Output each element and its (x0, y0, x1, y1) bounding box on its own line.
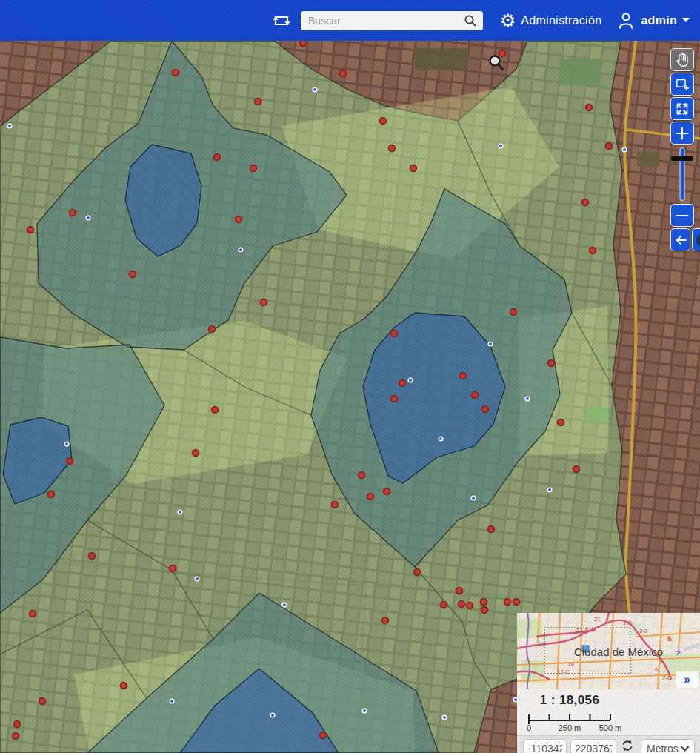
red-point-marker[interactable] (573, 466, 580, 473)
red-point-marker[interactable] (481, 599, 487, 606)
coordinate-x-input[interactable] (523, 739, 567, 753)
red-point-marker[interactable] (212, 407, 219, 414)
search-input[interactable] (301, 11, 462, 30)
red-point-marker[interactable] (488, 526, 495, 533)
blue-point-marker[interactable] (64, 442, 69, 446)
red-point-marker[interactable] (255, 99, 261, 105)
red-point-marker[interactable] (214, 154, 221, 161)
red-point-marker[interactable] (472, 392, 479, 399)
red-point-marker[interactable] (582, 199, 589, 206)
red-point-marker[interactable] (170, 565, 176, 572)
blue-point-marker[interactable] (239, 248, 243, 252)
red-point-marker[interactable] (48, 491, 55, 498)
red-point-marker[interactable] (236, 216, 242, 223)
blue-point-marker[interactable] (282, 603, 287, 607)
red-point-marker[interactable] (504, 599, 511, 606)
red-point-marker[interactable] (382, 617, 389, 624)
zoom-out-button[interactable] (670, 204, 694, 227)
red-point-marker[interactable] (193, 450, 199, 457)
red-point-marker[interactable] (121, 683, 127, 689)
red-point-marker[interactable] (410, 165, 417, 172)
pan-hand-button[interactable] (670, 48, 694, 71)
units-select[interactable]: Metros (641, 739, 695, 753)
compare-extent-button[interactable] (271, 12, 292, 30)
red-point-marker[interactable] (499, 50, 506, 57)
minimap-expand-button[interactable]: » (676, 671, 699, 688)
blue-point-marker[interactable] (170, 699, 174, 703)
history-forward-button[interactable] (692, 228, 700, 251)
red-point-marker[interactable] (14, 721, 21, 728)
blue-point-marker[interactable] (499, 144, 503, 148)
refresh-coordinates-button[interactable] (620, 738, 635, 753)
overview-minimap[interactable]: Ciudad de México ✈ 211-D2-3421-B1817-C56… (517, 613, 700, 689)
red-point-marker[interactable] (39, 698, 46, 705)
red-point-marker[interactable] (590, 248, 596, 254)
red-point-marker[interactable] (399, 380, 406, 387)
red-point-marker[interactable] (30, 611, 36, 617)
red-point-marker[interactable] (332, 502, 339, 508)
blue-point-marker[interactable] (439, 437, 443, 441)
red-point-marker[interactable] (391, 331, 398, 337)
red-point-marker[interactable] (456, 588, 463, 594)
red-point-marker[interactable] (89, 553, 96, 560)
zoom-box-button[interactable] (670, 73, 694, 96)
red-point-marker[interactable] (482, 406, 489, 413)
zoom-extent-button[interactable] (670, 97, 694, 120)
coordinate-y-input[interactable] (570, 739, 616, 753)
red-point-marker[interactable] (467, 603, 473, 609)
blue-point-marker[interactable] (270, 713, 275, 717)
blue-point-marker[interactable] (442, 715, 447, 720)
red-point-marker[interactable] (460, 373, 467, 379)
blue-point-marker[interactable] (178, 510, 182, 514)
user-menu[interactable]: admin (616, 11, 690, 30)
blue-point-marker[interactable] (362, 709, 367, 713)
admin-menu[interactable]: ⚙ Administración (500, 12, 602, 30)
red-point-marker[interactable] (67, 458, 73, 465)
red-point-marker[interactable] (606, 143, 613, 150)
blue-point-marker[interactable] (547, 488, 552, 492)
red-point-marker[interactable] (261, 299, 267, 306)
blue-point-marker[interactable] (195, 577, 199, 581)
blue-point-marker[interactable] (471, 496, 476, 500)
red-point-marker[interactable] (384, 488, 390, 495)
zoom-slider-handle[interactable] (671, 156, 693, 161)
blue-point-marker[interactable] (408, 378, 413, 382)
blue-point-marker[interactable] (622, 147, 627, 152)
red-point-marker[interactable] (320, 732, 327, 739)
red-point-marker[interactable] (13, 733, 19, 740)
red-point-marker[interactable] (209, 326, 216, 333)
red-point-marker[interactable] (359, 472, 365, 479)
red-point-marker[interactable] (459, 601, 465, 608)
red-point-marker[interactable] (391, 396, 398, 402)
blue-point-marker[interactable] (313, 87, 317, 92)
magnifier-icon[interactable] (462, 14, 483, 27)
red-point-marker[interactable] (250, 165, 257, 172)
minimap-road-label: 5 (659, 657, 663, 663)
blue-point-marker[interactable] (488, 342, 493, 346)
blue-point-marker[interactable] (7, 124, 12, 128)
red-point-marker[interactable] (389, 145, 396, 152)
blue-point-marker[interactable] (86, 216, 90, 220)
zoom-slider-track[interactable] (680, 147, 685, 201)
blue-point-marker[interactable] (525, 397, 530, 401)
red-point-marker[interactable] (340, 70, 347, 77)
red-point-marker[interactable] (27, 227, 34, 233)
red-point-marker[interactable] (300, 41, 307, 46)
red-point-marker[interactable] (173, 70, 179, 76)
red-point-marker[interactable] (441, 602, 447, 608)
red-point-marker[interactable] (548, 360, 555, 367)
red-point-marker[interactable] (380, 118, 387, 125)
red-point-marker[interactable] (130, 271, 136, 278)
red-point-marker[interactable] (558, 419, 564, 426)
red-point-marker[interactable] (586, 105, 593, 111)
red-point-marker[interactable] (510, 309, 517, 316)
admin-label: Administración (521, 14, 601, 27)
red-point-marker[interactable] (70, 210, 76, 216)
red-point-marker[interactable] (513, 599, 520, 606)
red-point-marker[interactable] (481, 607, 488, 614)
history-back-button[interactable] (670, 228, 690, 251)
red-point-marker[interactable] (367, 494, 374, 500)
red-point-marker[interactable] (414, 569, 421, 576)
zoom-slider[interactable] (670, 146, 694, 202)
zoom-in-button[interactable] (670, 122, 694, 145)
